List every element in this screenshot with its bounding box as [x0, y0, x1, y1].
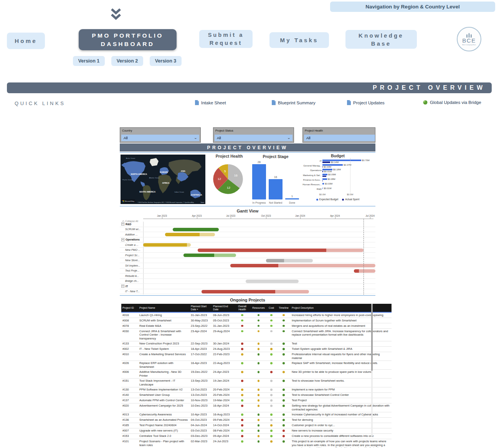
map-terms-link[interactable]: Terms [200, 202, 204, 203]
column-header[interactable]: Project Description [291, 304, 392, 312]
pie-value-label: 16 [234, 174, 238, 177]
home-button[interactable]: Home [7, 33, 45, 49]
table-scrollbar-thumb[interactable] [371, 304, 373, 371]
legend-expected: Expected Budget [316, 198, 339, 201]
quick-link-intake-sheet[interactable]: Intake Sheet [195, 100, 226, 105]
cell-description: Test to showcase how Smartsheet works. [291, 378, 392, 387]
gantt-group-row[interactable]: IT [120, 284, 375, 289]
cell-project-name: Test Project Name 20240604 [138, 423, 190, 428]
quick-link-project-updates[interactable]: Project Updates [347, 100, 385, 105]
budget-chart[interactable]: IT$0.70M$0.14MGeneral Manag...$0.37M$0.0… [300, 158, 375, 206]
project-health-filter[interactable]: Project Health All ⌄ [302, 127, 375, 143]
column-header[interactable]: Project ID [121, 304, 138, 312]
cell-health-dot [233, 403, 251, 412]
health-dot [258, 320, 260, 322]
chevron-down-icon: ⌄ [287, 136, 291, 140]
gantt-bar [183, 254, 236, 257]
stage-bar [269, 179, 283, 199]
cell-health-dot [233, 392, 251, 398]
cell-project-name: Advertisement Campaign for 2025 [138, 403, 190, 412]
document-icon [195, 100, 199, 105]
cell-health-dot [277, 428, 291, 433]
gantt-group-row[interactable]: Operations [120, 237, 375, 243]
budget-category-label: Finance & Acco... [300, 178, 322, 181]
collapse-icon[interactable] [121, 285, 124, 288]
gantt-task-row: SCRUM wi... [120, 227, 375, 232]
gantt-tick [300, 217, 301, 219]
column-header[interactable]: Project Name [138, 304, 190, 312]
project-health-pie[interactable]: 1612125 [211, 162, 245, 196]
table-row: #026 Replace ERP-solution with Smartshee… [121, 361, 392, 369]
cell-health-dot [233, 417, 251, 423]
cell-project-id: #101 [121, 439, 138, 448]
cell-health-dot [277, 323, 291, 329]
cell-health-dot [277, 378, 291, 387]
column-header[interactable]: Timeline [277, 304, 291, 312]
legend-actual: Actual Spent [342, 198, 359, 201]
gantt-bar-complete [230, 264, 278, 267]
gantt-view[interactable]: Gantt View Collapse All Jan 2023Apr 2023… [120, 208, 375, 295]
gantt-task-row: Project Sc... [120, 253, 375, 258]
cell-health-dot [251, 346, 266, 352]
report-header-title: PROJECT OVERVIEW [207, 145, 288, 150]
version-3-button[interactable]: Version 3 [150, 56, 182, 66]
collapse-icon[interactable] [121, 222, 124, 226]
bridge-icon [423, 100, 428, 105]
collapse-icon[interactable] [121, 238, 124, 241]
gantt-bar-complete [143, 243, 187, 247]
health-dot [258, 405, 260, 407]
cell-start-date: 03-Oct-2023 [190, 428, 212, 433]
gantt-bar [354, 269, 375, 273]
cell-health-dot [251, 329, 266, 341]
knowledge-base-button[interactable]: Knowledge Base [345, 30, 417, 49]
section-bar-title: PROJECT OVERVIEW [373, 84, 486, 91]
table-scrollbar [371, 303, 373, 436]
quick-link-label: Blueprint Summary [278, 100, 316, 105]
cell-project-name: PPM Software Implementation V2 [138, 387, 190, 392]
cell-health-dot [266, 433, 277, 439]
cell-health-dot [251, 403, 266, 412]
health-dot [283, 413, 285, 416]
divider [120, 206, 375, 206]
health-dot [258, 353, 260, 356]
document-icon [271, 100, 276, 105]
cell-description: Test Project [291, 398, 392, 403]
cell-health-dot [251, 387, 266, 392]
project-stage-chart[interactable]: 28 In Progress 16 Not Started 1 Done [249, 159, 302, 204]
health-dot [258, 394, 260, 396]
cell-health-dot [266, 323, 277, 329]
column-header[interactable]: Overall Health [233, 304, 251, 312]
cell-health-dot [266, 403, 277, 412]
pmo-portfolio-dashboard-button[interactable]: PMO PORTFOLIO DASHBOARD [79, 29, 177, 50]
version-2-button[interactable]: Version 2 [111, 56, 143, 66]
version-1-button[interactable]: Version 1 [73, 56, 105, 66]
cell-start-date: 04-Oct-2023 [190, 417, 212, 423]
health-dot [241, 343, 243, 345]
gantt-group-row[interactable]: R&D [120, 222, 375, 227]
world-map[interactable]: Arctic Ocean Pacific Ocean Atlantic Ocea… [121, 155, 205, 204]
column-header[interactable]: Planned Start Date ▾ [190, 304, 212, 312]
table-row: #013 Cybersecurity Awareness 10-Apr-2023… [121, 412, 392, 417]
column-header[interactable]: Cost [266, 304, 277, 312]
column-header[interactable]: Planned End Date [212, 304, 233, 312]
cell-end-date: 29-Aug-2024 [212, 329, 233, 341]
cell-project-name: Upgrade with new servers (IT) [138, 428, 190, 433]
health-dot [270, 314, 273, 316]
country-filter[interactable]: Country All ⌄ [120, 127, 201, 143]
table-row: #140 Smartsheet User Group 13-Oct-2023 2… [121, 392, 392, 398]
cell-health-dot [277, 361, 291, 369]
project-status-filter[interactable]: Project Status All ⌄ [213, 127, 294, 143]
submit-a-request-button[interactable]: Submit a Request [199, 30, 253, 48]
gantt-axis-label: Apr 2023 [187, 214, 207, 217]
health-dot [258, 371, 260, 373]
table-header-row: Project IDProject NamePlanned Start Date… [121, 304, 392, 312]
column-header[interactable]: Resources [251, 304, 266, 312]
cell-project-id: #002 [121, 346, 138, 352]
quick-link-global-updates-bridge[interactable]: Global Updates via Bridge [423, 100, 481, 105]
cell-health-dot [266, 412, 277, 417]
my-tasks-button[interactable]: My Tasks [269, 32, 329, 48]
quick-link-blueprint-summary[interactable]: Blueprint Summary [271, 100, 316, 105]
cell-start-date: 13-Oct-2023 [190, 387, 212, 392]
health-dot [241, 440, 243, 443]
cell-health-dot [233, 433, 251, 439]
